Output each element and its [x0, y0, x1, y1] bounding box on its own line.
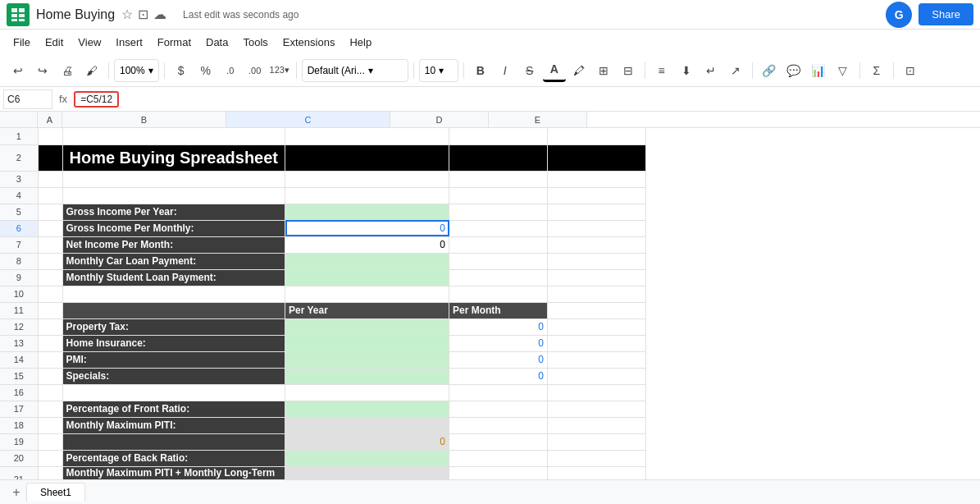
cell-e6[interactable]: [548, 220, 646, 236]
cell-b19[interactable]: [62, 433, 285, 450]
cell-b18[interactable]: Monthly Maximum PITI:: [62, 417, 285, 433]
cell-a11[interactable]: [38, 302, 62, 318]
cell-c19[interactable]: 0: [285, 433, 449, 450]
merge-cells-button[interactable]: ⊟: [617, 59, 640, 82]
row-num-16[interactable]: 16: [0, 384, 38, 401]
link-button[interactable]: 🔗: [758, 59, 781, 82]
cell-c3[interactable]: [285, 171, 449, 187]
cell-d17[interactable]: [449, 401, 548, 417]
align-left-button[interactable]: ≡: [650, 59, 673, 82]
col-header-a[interactable]: A: [38, 112, 62, 127]
cell-c2[interactable]: [285, 144, 449, 171]
menu-file[interactable]: File: [7, 33, 37, 52]
text-rotate-button[interactable]: ↗: [724, 59, 747, 82]
font-selector[interactable]: Default (Ari... ▾: [302, 59, 408, 82]
row-num-1[interactable]: 1: [0, 128, 38, 144]
cell-d19[interactable]: [449, 433, 548, 450]
cell-c8[interactable]: [285, 253, 449, 269]
cell-b14[interactable]: PMI:: [62, 351, 285, 368]
row-num-6[interactable]: 6: [0, 220, 38, 236]
cell-c14[interactable]: [285, 351, 449, 368]
cell-a14[interactable]: [38, 351, 62, 368]
cell-b17[interactable]: Percentage of Front Ratio:: [62, 401, 285, 417]
cell-e5[interactable]: [548, 204, 646, 220]
menu-format[interactable]: Format: [151, 33, 198, 52]
cell-d15[interactable]: 0: [449, 368, 548, 384]
cell-b3[interactable]: [62, 171, 285, 187]
decimal-decrease-button[interactable]: .0: [219, 59, 242, 82]
cell-b6[interactable]: Gross Income Per Monthly:: [62, 220, 285, 236]
cell-e7[interactable]: [548, 236, 646, 253]
cell-c15[interactable]: [285, 368, 449, 384]
row-num-7[interactable]: 7: [0, 236, 38, 253]
cell-reference-box[interactable]: C6: [3, 89, 52, 109]
cell-e20[interactable]: [548, 450, 646, 466]
cell-d2[interactable]: [449, 144, 548, 171]
cell-c1[interactable]: [285, 128, 449, 144]
number-format-button[interactable]: 123▾: [268, 59, 291, 82]
history-icon[interactable]: ⊡: [138, 7, 148, 22]
col-header-b[interactable]: B: [62, 112, 226, 127]
cell-a20[interactable]: [38, 450, 62, 466]
cell-d11[interactable]: Per Month: [449, 302, 548, 318]
cell-c9[interactable]: [285, 269, 449, 286]
cell-d5[interactable]: [449, 204, 548, 220]
cell-a12[interactable]: [38, 318, 62, 335]
filter-button[interactable]: ▽: [832, 59, 855, 82]
menu-edit[interactable]: Edit: [39, 33, 70, 52]
cell-d3[interactable]: [449, 171, 548, 187]
share-button[interactable]: Share: [918, 3, 973, 25]
row-num-4[interactable]: 4: [0, 187, 38, 204]
row-num-8[interactable]: 8: [0, 253, 38, 269]
explore-button[interactable]: ⊡: [899, 59, 922, 82]
cell-d7[interactable]: [449, 236, 548, 253]
cell-a6[interactable]: [38, 220, 62, 236]
cell-a1[interactable]: [38, 128, 62, 144]
row-num-19[interactable]: 19: [0, 433, 38, 450]
cell-b5[interactable]: Gross Income Per Year:: [62, 204, 285, 220]
cell-b15[interactable]: Specials:: [62, 368, 285, 384]
cell-b4[interactable]: [62, 187, 285, 204]
borders-button[interactable]: ⊞: [592, 59, 615, 82]
paint-format-button[interactable]: 🖌: [80, 59, 103, 82]
cell-b1[interactable]: [62, 128, 285, 144]
cell-e19[interactable]: [548, 433, 646, 450]
cell-d4[interactable]: [449, 187, 548, 204]
row-num-2[interactable]: 2: [0, 144, 38, 171]
cell-b21[interactable]: Monthly Maximum PITI + Monthly Long-Term…: [62, 466, 285, 479]
strikethrough-button[interactable]: S: [518, 59, 541, 82]
zoom-selector[interactable]: 100% ▾: [114, 59, 159, 82]
cell-a16[interactable]: [38, 384, 62, 401]
cell-e11[interactable]: [548, 302, 646, 318]
cell-c10[interactable]: [285, 286, 449, 302]
row-num-13[interactable]: 13: [0, 335, 38, 351]
cell-e18[interactable]: [548, 417, 646, 433]
decimal-increase-button[interactable]: .00: [244, 59, 267, 82]
cell-b8[interactable]: Monthly Car Loan Payment:: [62, 253, 285, 269]
redo-button[interactable]: ↪: [31, 59, 54, 82]
cell-b11[interactable]: [62, 302, 285, 318]
cell-b2[interactable]: Home Buying Spreadsheet: [62, 144, 285, 171]
menu-tools[interactable]: Tools: [236, 33, 274, 52]
row-num-14[interactable]: 14: [0, 351, 38, 368]
cell-a13[interactable]: [38, 335, 62, 351]
cell-e1[interactable]: [548, 128, 646, 144]
cell-e17[interactable]: [548, 401, 646, 417]
row-num-5[interactable]: 5: [0, 204, 38, 220]
cell-c12[interactable]: [285, 318, 449, 335]
menu-extensions[interactable]: Extensions: [276, 33, 342, 52]
cell-d21[interactable]: [449, 466, 548, 479]
cell-a3[interactable]: [38, 171, 62, 187]
print-button[interactable]: 🖨: [56, 59, 79, 82]
row-num-18[interactable]: 18: [0, 417, 38, 433]
cell-e13[interactable]: [548, 335, 646, 351]
cell-b9[interactable]: Monthly Student Loan Payment:: [62, 269, 285, 286]
bold-button[interactable]: B: [469, 59, 492, 82]
cell-d8[interactable]: [449, 253, 548, 269]
cell-b13[interactable]: Home Insurance:: [62, 335, 285, 351]
cell-e9[interactable]: [548, 269, 646, 286]
align-vertical-button[interactable]: ⬇: [675, 59, 698, 82]
cell-d20[interactable]: [449, 450, 548, 466]
cell-d1[interactable]: [449, 128, 548, 144]
cell-d13[interactable]: 0: [449, 335, 548, 351]
